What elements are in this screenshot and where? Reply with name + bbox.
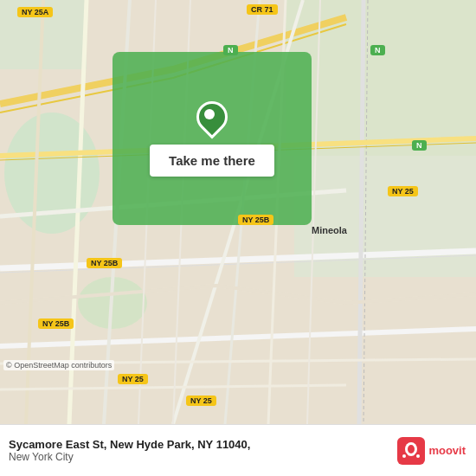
svg-point-14 [408,445,415,453]
svg-point-17 [402,454,406,458]
osm-attribution: © OpenStreetMap contributors [3,360,114,370]
route-badge-ny25-2: NY 25 [118,374,148,384]
route-badge-ny25a: NY 25A [17,7,53,17]
route-badge-n3: N [412,140,427,151]
bottom-bar: Sycamore East St, New Hyde Park, NY 1104… [0,424,476,476]
map-highlight-region: Take me there [113,52,312,225]
location-pin [196,101,228,138]
address-line1: Sycamore East St, New Hyde Park, NY 1104… [9,438,397,451]
mineola-label: Mineola [312,225,347,235]
moovit-icon [397,437,425,465]
moovit-text: moovit [428,444,466,457]
address-line2: New York City [9,451,397,463]
take-me-there-button[interactable]: Take me there [150,145,274,177]
route-badge-cr71: CR 71 [247,4,278,15]
route-badge-ny25-3: NY 25 [186,396,216,406]
map-container: Take me there NY 25A CR 71 N N N NY 25B … [0,0,476,424]
route-badge-ny25-1: NY 25 [388,186,418,196]
route-badge-n2: N [370,45,385,55]
route-badge-ny25b-3: NY 25B [38,318,74,329]
route-badge-ny25b-1: NY 25B [238,215,273,225]
route-badge-n1: N [223,45,238,55]
moovit-logo[interactable]: moovit [397,437,466,465]
route-badge-ny25b-2: NY 25B [87,258,122,268]
address-section: Sycamore East St, New Hyde Park, NY 1104… [9,438,397,463]
svg-point-18 [416,454,420,458]
